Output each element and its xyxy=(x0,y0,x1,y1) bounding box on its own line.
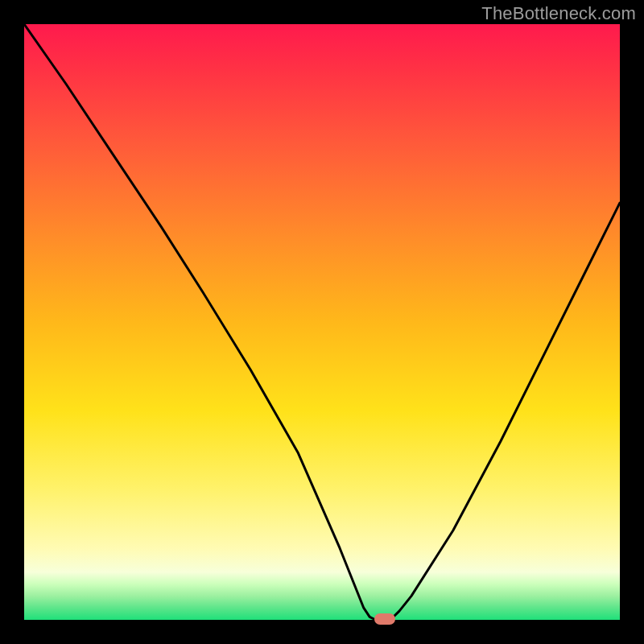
watermark: TheBottleneck.com xyxy=(481,3,636,24)
chart-frame: TheBottleneck.com xyxy=(0,0,644,644)
plot-gradient-background xyxy=(24,24,620,620)
